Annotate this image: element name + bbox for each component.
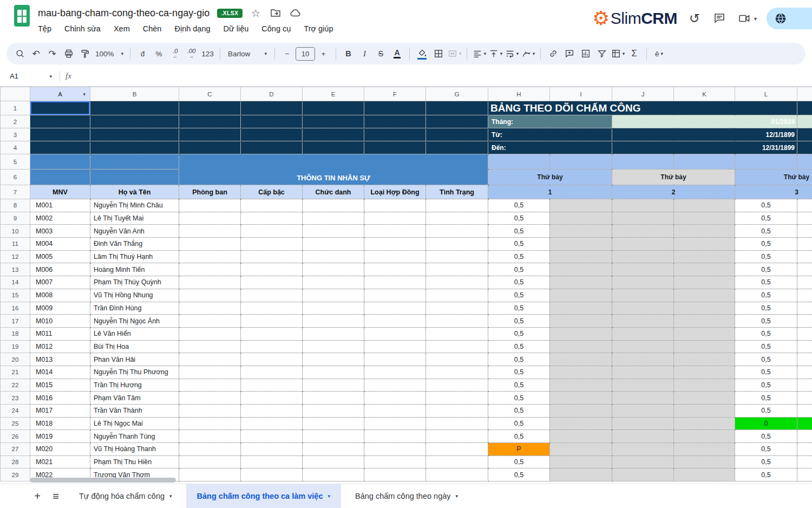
row-header[interactable]: 22 — [1, 379, 30, 392]
cell-tinh-trang[interactable] — [426, 289, 488, 302]
cell-day3-cont[interactable] — [797, 392, 812, 405]
zoom-control[interactable]: 100%▾ — [93, 45, 126, 62]
cell-day3-value[interactable]: 0,5 — [735, 366, 797, 379]
menu-tep[interactable]: Tệp — [38, 24, 51, 33]
cell-day3-value[interactable]: 0,5 — [735, 199, 797, 212]
cell-day1-off[interactable] — [550, 212, 612, 225]
column-header-i[interactable]: I — [550, 87, 612, 101]
cell-day1-value[interactable]: 0,5 — [488, 327, 550, 340]
column-header-l[interactable]: L — [735, 87, 797, 101]
move-folder-icon[interactable] — [270, 7, 281, 19]
cell-day3-cont[interactable] — [797, 417, 812, 430]
cell-day2-b[interactable] — [674, 225, 735, 238]
cell-employee-name[interactable]: Trần Đình Hùng — [90, 302, 179, 315]
tab-bang-cham-cong-theo-ngay[interactable]: Bảng chấm công theo ngày▾ — [344, 484, 469, 508]
cell-day2-b[interactable] — [674, 392, 735, 405]
cell-tinh-trang[interactable] — [426, 443, 488, 456]
cell-tinh-trang[interactable] — [426, 302, 488, 315]
cell[interactable] — [179, 115, 241, 128]
menu-dinh-dang[interactable]: Định dạng — [174, 24, 210, 33]
row-header[interactable]: 5 — [1, 154, 30, 170]
cell-day2-b[interactable] — [674, 315, 735, 328]
cell-day1-value[interactable]: 0,5 — [488, 379, 550, 392]
row-header[interactable]: 3 — [1, 128, 30, 141]
cell-day1-value[interactable]: 0,5 — [488, 225, 550, 238]
cell-chuc-danh[interactable] — [303, 392, 364, 405]
formula-input[interactable] — [71, 66, 812, 86]
cell-day2-b[interactable] — [674, 276, 735, 289]
cell-cap-bac[interactable] — [241, 212, 303, 225]
filter-button[interactable] — [594, 45, 610, 62]
cell-day1-value[interactable]: P — [488, 443, 550, 456]
cell-employee-id[interactable]: M020 — [30, 443, 90, 456]
cell-employee-name[interactable]: Lê Thị Ngọc Mai — [90, 417, 179, 430]
cell-phong-ban[interactable] — [179, 327, 241, 340]
cell-loai-hop-dong[interactable] — [364, 468, 426, 481]
menu-chinh-sua[interactable]: Chỉnh sửa — [64, 24, 101, 33]
cell-employee-id[interactable]: M021 — [30, 455, 90, 468]
cell-phong-ban[interactable] — [179, 238, 241, 251]
row-header[interactable]: 16 — [1, 302, 30, 315]
cell-loai-hop-dong[interactable] — [364, 353, 426, 366]
header-tinh-trang[interactable]: Tình Trạng — [426, 185, 488, 199]
all-sheets-button[interactable]: ≡ — [47, 484, 65, 508]
undo-button[interactable]: ↶ — [28, 45, 44, 62]
cell-day1-off[interactable] — [550, 417, 612, 430]
cell-chuc-danh[interactable] — [303, 417, 364, 430]
cell-day1-off[interactable] — [550, 199, 612, 212]
select-all-corner[interactable] — [1, 87, 30, 101]
row-header[interactable]: 28 — [1, 455, 30, 468]
cell-day2-a[interactable] — [612, 212, 674, 225]
cell[interactable] — [303, 101, 364, 115]
cell-day3-cont[interactable] — [797, 199, 812, 212]
cell[interactable] — [426, 128, 488, 141]
cell-phong-ban[interactable] — [179, 455, 241, 468]
cell-chuc-danh[interactable] — [303, 289, 364, 302]
column-header-j[interactable]: J — [612, 87, 674, 101]
row-header[interactable]: 12 — [1, 250, 30, 263]
cell-day1-off[interactable] — [550, 315, 612, 328]
cell-cap-bac[interactable] — [241, 392, 303, 405]
tab-bang-cham-cong-theo-ca[interactable]: Bảng chấm công theo ca làm việc▾ — [186, 484, 341, 508]
cell-phong-ban[interactable] — [179, 430, 241, 443]
cell-tinh-trang[interactable] — [426, 212, 488, 225]
cell-loai-hop-dong[interactable] — [364, 443, 426, 456]
cell-day3-value[interactable]: 0,5 — [735, 225, 797, 238]
cell-employee-name[interactable]: Đinh Văn Thắng — [90, 238, 179, 251]
header-chuc-danh[interactable]: Chức danh — [303, 185, 364, 199]
cell-day3-cont[interactable] — [797, 225, 812, 238]
cell-cap-bac[interactable] — [241, 443, 303, 456]
name-box[interactable]: A1▾ — [0, 72, 52, 80]
cell-employee-name[interactable]: Hoàng Minh Tiến — [90, 263, 179, 276]
cell-chuc-danh[interactable] — [303, 225, 364, 238]
sheets-logo-icon[interactable] — [14, 5, 30, 27]
cell-day2-a[interactable] — [612, 392, 674, 405]
cell[interactable] — [179, 101, 241, 115]
cell-day1-off[interactable] — [550, 250, 612, 263]
paint-format-button[interactable] — [77, 45, 93, 62]
cell[interactable] — [550, 154, 612, 170]
cell-employee-id[interactable]: M006 — [30, 263, 90, 276]
cell-cap-bac[interactable] — [241, 340, 303, 353]
cell-day2-b[interactable] — [674, 405, 735, 418]
cell-day1-value[interactable]: 0,5 — [488, 263, 550, 276]
cell-tinh-trang[interactable] — [426, 455, 488, 468]
horizontal-align-button[interactable]: ▾ — [472, 45, 487, 62]
cell-day2-b[interactable] — [674, 468, 735, 481]
cell-phong-ban[interactable] — [179, 443, 241, 456]
cell-employee-id[interactable]: M013 — [30, 353, 90, 366]
cell-employee-name[interactable]: Lê Văn Hiển — [90, 327, 179, 340]
cell-chuc-danh[interactable] — [303, 212, 364, 225]
comments-icon[interactable] — [712, 11, 727, 26]
cell-day2-b[interactable] — [674, 353, 735, 366]
cell-chuc-danh[interactable] — [303, 263, 364, 276]
cell-day2-b[interactable] — [674, 379, 735, 392]
row-header[interactable]: 21 — [1, 366, 30, 379]
cell-day3-value[interactable]: 0,5 — [735, 276, 797, 289]
cell[interactable] — [30, 115, 90, 128]
cell-employee-id[interactable]: M011 — [30, 327, 90, 340]
cell-employee-name[interactable]: Trần Văn Thành — [90, 405, 179, 418]
cell-loai-hop-dong[interactable] — [364, 455, 426, 468]
cell-employee-name[interactable]: Nguyễn Thị Minh Châu — [90, 199, 179, 212]
cell-day3-value[interactable]: 0,5 — [735, 315, 797, 328]
